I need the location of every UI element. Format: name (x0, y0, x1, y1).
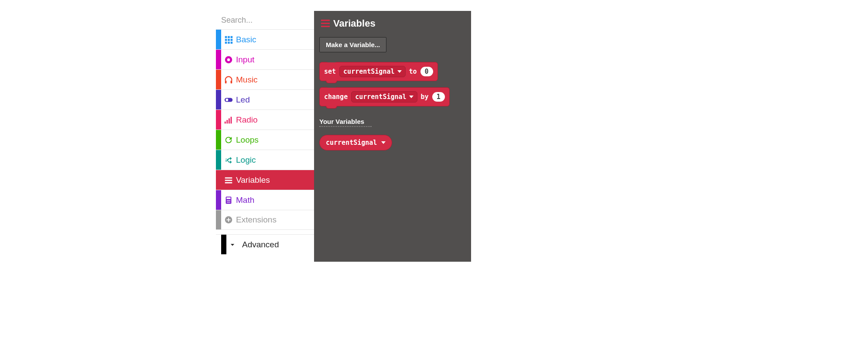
svg-point-28 (228, 202, 229, 202)
sidebar-item-label: Logic (236, 155, 256, 165)
svg-rect-23 (226, 197, 230, 199)
svg-rect-19 (225, 177, 232, 178)
sidebar-item-radio[interactable]: Radio (216, 109, 314, 130)
shuffle-icon (221, 155, 236, 165)
svg-rect-1 (228, 36, 230, 38)
svg-rect-33 (321, 20, 330, 21)
divider (319, 126, 372, 127)
svg-rect-17 (229, 118, 230, 123)
block-keyword-set: set (324, 68, 336, 75)
sidebar-item-label: Extensions (236, 215, 277, 225)
sidebar-item-basic[interactable]: Basic (216, 29, 314, 49)
category-stripe (216, 170, 221, 190)
signal-icon (221, 115, 236, 125)
svg-rect-5 (231, 39, 233, 41)
variable-dropdown[interactable]: currentSignal (351, 91, 417, 103)
caret-down-icon (397, 70, 402, 73)
variable-dropdown[interactable]: currentSignal (339, 66, 405, 77)
sidebar-item-music[interactable]: Music (216, 69, 314, 89)
calculator-icon (221, 195, 236, 205)
category-stripe (216, 70, 221, 89)
redo-icon (221, 135, 236, 145)
svg-rect-18 (231, 116, 232, 123)
variable-name: currentSignal (343, 68, 394, 75)
change-variable-block[interactable]: change currentSignal by 1 (319, 87, 450, 106)
search-row (216, 11, 314, 29)
chevron-down-icon (228, 240, 237, 249)
advanced-toggle[interactable]: Advanced (216, 234, 314, 254)
category-sidebar: BasicInputMusicLedRadioLoopsLogicVariabl… (216, 11, 314, 262)
sidebar-item-label: Loops (236, 135, 259, 145)
svg-rect-16 (226, 120, 228, 123)
svg-rect-11 (225, 80, 227, 83)
sidebar-item-label: Math (236, 195, 254, 205)
search-input[interactable] (221, 16, 322, 25)
svg-rect-35 (321, 26, 330, 27)
category-stripe (216, 130, 221, 150)
caret-down-icon (409, 96, 413, 98)
svg-rect-8 (231, 41, 233, 44)
advanced-label: Advanced (242, 240, 279, 249)
variable-name: currentSignal (355, 93, 406, 101)
svg-rect-34 (321, 23, 330, 24)
sidebar-item-label: Input (236, 55, 254, 65)
svg-rect-21 (225, 182, 232, 183)
list-icon (321, 20, 330, 27)
circle-dot-icon (221, 55, 236, 65)
sidebar-item-label: Variables (236, 175, 270, 185)
blocks-flyout: Variables Make a Variable... set current… (314, 11, 471, 262)
sidebar-item-label: Led (236, 95, 250, 105)
category-stripe (216, 30, 221, 49)
category-stripe (216, 190, 221, 210)
svg-point-24 (227, 200, 228, 201)
toggle-icon (221, 95, 236, 105)
your-variables-label: Your Variables (319, 118, 466, 125)
category-stripe (216, 210, 221, 229)
svg-rect-3 (225, 39, 227, 41)
sidebar-item-loops[interactable]: Loops (216, 130, 314, 150)
block-keyword-change: change (324, 93, 348, 101)
svg-rect-32 (226, 219, 230, 220)
svg-point-10 (227, 58, 230, 61)
flyout-title: Variables (333, 18, 376, 29)
sidebar-item-variables[interactable]: Variables (216, 170, 314, 190)
list-icon (221, 175, 236, 185)
svg-rect-6 (225, 41, 227, 44)
grid-icon (221, 35, 236, 44)
caret-down-icon (381, 141, 386, 144)
variable-pill[interactable]: currentSignal (319, 135, 392, 150)
svg-point-14 (226, 99, 228, 101)
svg-rect-20 (225, 180, 232, 181)
svg-point-29 (229, 202, 230, 202)
block-keyword-to: to (409, 68, 417, 75)
number-input[interactable]: 1 (432, 92, 445, 102)
sidebar-item-label: Basic (236, 35, 256, 44)
svg-rect-2 (231, 36, 233, 38)
headphones-icon (221, 75, 236, 85)
svg-point-27 (227, 202, 228, 202)
svg-rect-12 (231, 80, 232, 83)
svg-rect-0 (225, 36, 227, 38)
category-stripe (216, 150, 221, 170)
advanced-stripe (221, 235, 226, 254)
plus-circle-icon (221, 215, 236, 225)
svg-rect-7 (228, 41, 230, 44)
svg-point-25 (228, 200, 229, 201)
block-keyword-by: by (421, 93, 429, 101)
sidebar-item-input[interactable]: Input (216, 49, 314, 69)
svg-point-26 (229, 200, 230, 201)
category-stripe (216, 50, 221, 69)
sidebar-item-math[interactable]: Math (216, 190, 314, 210)
sidebar-item-extensions[interactable]: Extensions (216, 210, 314, 230)
svg-rect-4 (228, 39, 230, 41)
sidebar-item-label: Radio (236, 115, 258, 125)
category-stripe (216, 110, 221, 130)
svg-rect-15 (225, 121, 226, 123)
flyout-header: Variables (319, 18, 466, 29)
make-variable-button[interactable]: Make a Variable... (319, 37, 386, 52)
sidebar-item-logic[interactable]: Logic (216, 150, 314, 170)
sidebar-item-led[interactable]: Led (216, 89, 314, 109)
number-input[interactable]: 0 (420, 67, 433, 76)
sidebar-item-label: Music (236, 75, 258, 85)
set-variable-block[interactable]: set currentSignal to 0 (319, 62, 438, 81)
